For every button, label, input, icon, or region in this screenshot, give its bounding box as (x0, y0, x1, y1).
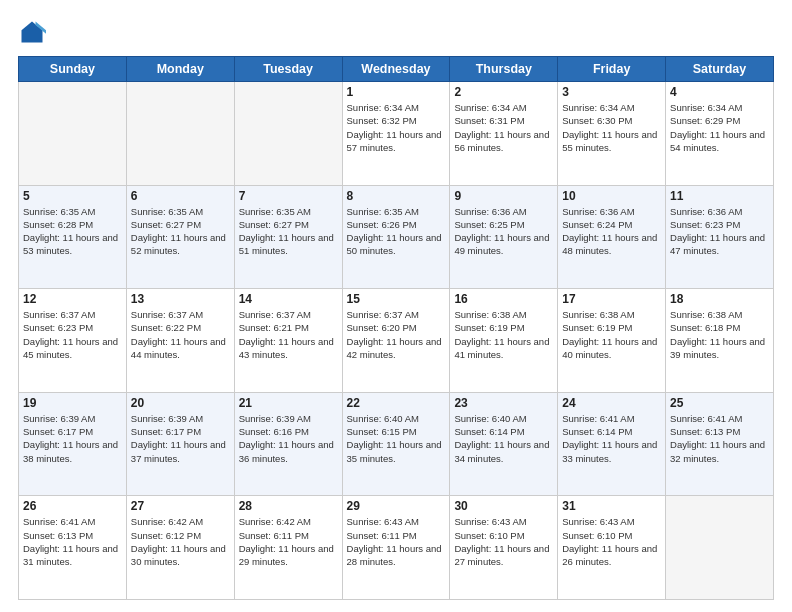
day-of-week-header: Monday (126, 57, 234, 82)
day-number: 19 (23, 396, 122, 410)
calendar-header-row: SundayMondayTuesdayWednesdayThursdayFrid… (19, 57, 774, 82)
day-number: 31 (562, 499, 661, 513)
day-info: Sunrise: 6:37 AM Sunset: 6:21 PM Dayligh… (239, 308, 338, 361)
day-info: Sunrise: 6:42 AM Sunset: 6:12 PM Dayligh… (131, 515, 230, 568)
calendar-cell: 25Sunrise: 6:41 AM Sunset: 6:13 PM Dayli… (666, 392, 774, 496)
day-info: Sunrise: 6:37 AM Sunset: 6:20 PM Dayligh… (347, 308, 446, 361)
day-info: Sunrise: 6:43 AM Sunset: 6:11 PM Dayligh… (347, 515, 446, 568)
day-number: 30 (454, 499, 553, 513)
day-number: 9 (454, 189, 553, 203)
calendar-cell: 31Sunrise: 6:43 AM Sunset: 6:10 PM Dayli… (558, 496, 666, 600)
calendar-cell: 9Sunrise: 6:36 AM Sunset: 6:25 PM Daylig… (450, 185, 558, 289)
logo (18, 18, 50, 46)
day-number: 21 (239, 396, 338, 410)
day-number: 10 (562, 189, 661, 203)
calendar-cell (234, 82, 342, 186)
day-number: 4 (670, 85, 769, 99)
day-info: Sunrise: 6:34 AM Sunset: 6:31 PM Dayligh… (454, 101, 553, 154)
calendar-cell: 21Sunrise: 6:39 AM Sunset: 6:16 PM Dayli… (234, 392, 342, 496)
day-info: Sunrise: 6:36 AM Sunset: 6:24 PM Dayligh… (562, 205, 661, 258)
day-info: Sunrise: 6:36 AM Sunset: 6:23 PM Dayligh… (670, 205, 769, 258)
calendar-cell: 30Sunrise: 6:43 AM Sunset: 6:10 PM Dayli… (450, 496, 558, 600)
day-info: Sunrise: 6:35 AM Sunset: 6:27 PM Dayligh… (239, 205, 338, 258)
calendar-cell: 19Sunrise: 6:39 AM Sunset: 6:17 PM Dayli… (19, 392, 127, 496)
calendar-cell (126, 82, 234, 186)
day-number: 23 (454, 396, 553, 410)
day-number: 27 (131, 499, 230, 513)
calendar-cell: 6Sunrise: 6:35 AM Sunset: 6:27 PM Daylig… (126, 185, 234, 289)
day-info: Sunrise: 6:40 AM Sunset: 6:14 PM Dayligh… (454, 412, 553, 465)
calendar-cell: 4Sunrise: 6:34 AM Sunset: 6:29 PM Daylig… (666, 82, 774, 186)
day-number: 12 (23, 292, 122, 306)
day-info: Sunrise: 6:40 AM Sunset: 6:15 PM Dayligh… (347, 412, 446, 465)
day-info: Sunrise: 6:35 AM Sunset: 6:26 PM Dayligh… (347, 205, 446, 258)
day-info: Sunrise: 6:41 AM Sunset: 6:14 PM Dayligh… (562, 412, 661, 465)
day-number: 8 (347, 189, 446, 203)
calendar-cell: 20Sunrise: 6:39 AM Sunset: 6:17 PM Dayli… (126, 392, 234, 496)
calendar-cell (666, 496, 774, 600)
day-of-week-header: Saturday (666, 57, 774, 82)
calendar-cell: 17Sunrise: 6:38 AM Sunset: 6:19 PM Dayli… (558, 289, 666, 393)
day-number: 14 (239, 292, 338, 306)
calendar-cell: 12Sunrise: 6:37 AM Sunset: 6:23 PM Dayli… (19, 289, 127, 393)
page: SundayMondayTuesdayWednesdayThursdayFrid… (0, 0, 792, 612)
day-info: Sunrise: 6:41 AM Sunset: 6:13 PM Dayligh… (670, 412, 769, 465)
day-number: 7 (239, 189, 338, 203)
day-number: 29 (347, 499, 446, 513)
day-info: Sunrise: 6:39 AM Sunset: 6:17 PM Dayligh… (23, 412, 122, 465)
calendar-cell: 14Sunrise: 6:37 AM Sunset: 6:21 PM Dayli… (234, 289, 342, 393)
day-number: 28 (239, 499, 338, 513)
calendar-cell: 27Sunrise: 6:42 AM Sunset: 6:12 PM Dayli… (126, 496, 234, 600)
day-number: 15 (347, 292, 446, 306)
calendar-table: SundayMondayTuesdayWednesdayThursdayFrid… (18, 56, 774, 600)
day-info: Sunrise: 6:34 AM Sunset: 6:32 PM Dayligh… (347, 101, 446, 154)
calendar-cell: 8Sunrise: 6:35 AM Sunset: 6:26 PM Daylig… (342, 185, 450, 289)
day-info: Sunrise: 6:43 AM Sunset: 6:10 PM Dayligh… (454, 515, 553, 568)
logo-icon (18, 18, 46, 46)
day-info: Sunrise: 6:35 AM Sunset: 6:27 PM Dayligh… (131, 205, 230, 258)
day-info: Sunrise: 6:39 AM Sunset: 6:16 PM Dayligh… (239, 412, 338, 465)
day-number: 18 (670, 292, 769, 306)
calendar-cell: 26Sunrise: 6:41 AM Sunset: 6:13 PM Dayli… (19, 496, 127, 600)
calendar-week-row: 26Sunrise: 6:41 AM Sunset: 6:13 PM Dayli… (19, 496, 774, 600)
calendar-cell: 1Sunrise: 6:34 AM Sunset: 6:32 PM Daylig… (342, 82, 450, 186)
calendar-cell: 23Sunrise: 6:40 AM Sunset: 6:14 PM Dayli… (450, 392, 558, 496)
calendar-cell: 22Sunrise: 6:40 AM Sunset: 6:15 PM Dayli… (342, 392, 450, 496)
day-number: 20 (131, 396, 230, 410)
calendar-cell (19, 82, 127, 186)
day-info: Sunrise: 6:34 AM Sunset: 6:29 PM Dayligh… (670, 101, 769, 154)
calendar-cell: 13Sunrise: 6:37 AM Sunset: 6:22 PM Dayli… (126, 289, 234, 393)
day-info: Sunrise: 6:38 AM Sunset: 6:19 PM Dayligh… (562, 308, 661, 361)
day-info: Sunrise: 6:41 AM Sunset: 6:13 PM Dayligh… (23, 515, 122, 568)
calendar-cell: 15Sunrise: 6:37 AM Sunset: 6:20 PM Dayli… (342, 289, 450, 393)
calendar-cell: 28Sunrise: 6:42 AM Sunset: 6:11 PM Dayli… (234, 496, 342, 600)
calendar-cell: 11Sunrise: 6:36 AM Sunset: 6:23 PM Dayli… (666, 185, 774, 289)
day-number: 22 (347, 396, 446, 410)
day-of-week-header: Sunday (19, 57, 127, 82)
day-of-week-header: Friday (558, 57, 666, 82)
day-number: 16 (454, 292, 553, 306)
day-number: 6 (131, 189, 230, 203)
day-info: Sunrise: 6:42 AM Sunset: 6:11 PM Dayligh… (239, 515, 338, 568)
calendar-cell: 16Sunrise: 6:38 AM Sunset: 6:19 PM Dayli… (450, 289, 558, 393)
day-info: Sunrise: 6:34 AM Sunset: 6:30 PM Dayligh… (562, 101, 661, 154)
header (18, 18, 774, 46)
day-number: 25 (670, 396, 769, 410)
day-number: 2 (454, 85, 553, 99)
day-info: Sunrise: 6:38 AM Sunset: 6:19 PM Dayligh… (454, 308, 553, 361)
day-info: Sunrise: 6:35 AM Sunset: 6:28 PM Dayligh… (23, 205, 122, 258)
day-of-week-header: Thursday (450, 57, 558, 82)
calendar-week-row: 5Sunrise: 6:35 AM Sunset: 6:28 PM Daylig… (19, 185, 774, 289)
day-info: Sunrise: 6:37 AM Sunset: 6:22 PM Dayligh… (131, 308, 230, 361)
day-info: Sunrise: 6:36 AM Sunset: 6:25 PM Dayligh… (454, 205, 553, 258)
day-info: Sunrise: 6:38 AM Sunset: 6:18 PM Dayligh… (670, 308, 769, 361)
calendar-cell: 24Sunrise: 6:41 AM Sunset: 6:14 PM Dayli… (558, 392, 666, 496)
day-number: 5 (23, 189, 122, 203)
calendar-week-row: 19Sunrise: 6:39 AM Sunset: 6:17 PM Dayli… (19, 392, 774, 496)
calendar-week-row: 1Sunrise: 6:34 AM Sunset: 6:32 PM Daylig… (19, 82, 774, 186)
calendar-cell: 10Sunrise: 6:36 AM Sunset: 6:24 PM Dayli… (558, 185, 666, 289)
day-number: 17 (562, 292, 661, 306)
calendar-cell: 2Sunrise: 6:34 AM Sunset: 6:31 PM Daylig… (450, 82, 558, 186)
day-number: 24 (562, 396, 661, 410)
calendar-cell: 7Sunrise: 6:35 AM Sunset: 6:27 PM Daylig… (234, 185, 342, 289)
